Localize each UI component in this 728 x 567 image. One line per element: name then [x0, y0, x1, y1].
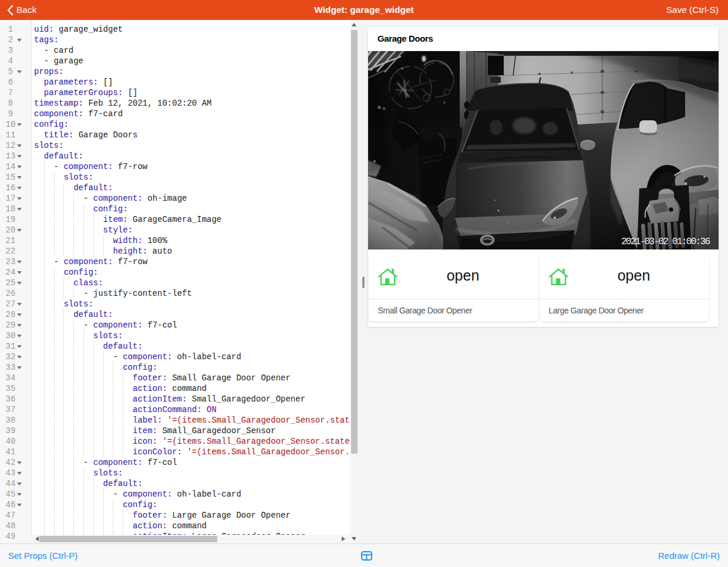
svg-text:2021-03-02 01:00:36: 2021-03-02 01:00:36 [621, 236, 710, 247]
